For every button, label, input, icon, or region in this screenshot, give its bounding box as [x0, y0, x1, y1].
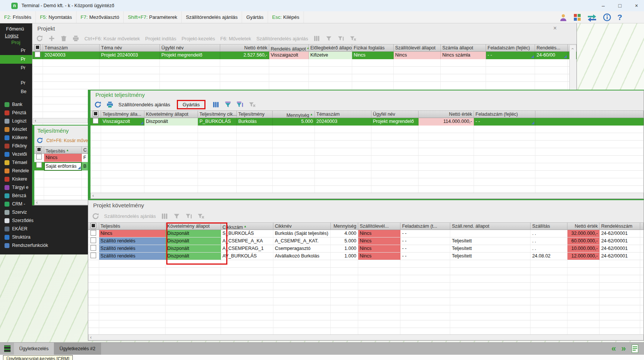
taskbar-tab-ugyletkezeles-2[interactable]: Ügyletkezelés #2 — [54, 343, 101, 355]
menu-item-nyomtatas[interactable]: F5:Nyomtatás — [36, 11, 77, 23]
pt-row-selected[interactable]: Visszaigazolt Diszponált P_BURKOLÁS Burk… — [90, 118, 644, 126]
column-header[interactable]: Teljesítmény álla... — [101, 110, 144, 118]
toolbar-gyartas-button-highlighted[interactable]: Gyártás — [177, 100, 205, 109]
pk-row[interactable]: Szállító rendelés Diszponált A_CSEMPE_A_… — [88, 237, 644, 245]
cell-cikknev[interactable]: A_CSEMPE_A_KAT. — [273, 237, 331, 245]
cell-rendeles[interactable]: 24-60/00 — [535, 52, 568, 59]
apps-grid-icon[interactable] — [573, 14, 581, 21]
cell-feladatszam[interactable]: - - — [400, 237, 450, 245]
cell-kovetelmeny-allapot[interactable]: Diszponált — [144, 118, 198, 126]
filter-edit-icon[interactable] — [337, 35, 344, 42]
pt-horizontal-scrollbar[interactable]: ‹ — [90, 193, 644, 199]
cell-temanev[interactable]: Projekt 20240003 — [100, 52, 160, 59]
cell-ugyfelnev[interactable]: Projekt megrendelő — [160, 52, 220, 59]
print-icon[interactable] — [72, 35, 79, 42]
refresh-icon[interactable] — [92, 213, 99, 219]
column-header-sorted[interactable]: Mennyiség▲ — [273, 110, 315, 118]
toolbar-szallitorendeles-ajanlas[interactable]: Szállítórendelés ajánlás — [104, 213, 156, 219]
column-header[interactable]: Nettó érték — [567, 222, 600, 230]
cell-netto-ertek[interactable]: 12.000.000,- — [567, 253, 600, 260]
filter-edit-icon[interactable] — [185, 213, 192, 219]
teljesitmeny-row-selected[interactable]: Saját erőforrás B — [34, 162, 88, 171]
cell-kovetelmeny-allapot[interactable]: Diszponált — [166, 230, 221, 237]
cell-szallitas[interactable]: . . — [531, 245, 567, 253]
cell-feladatszam[interactable]: - - — [400, 230, 450, 237]
cell-teljesites[interactable]: Saját erőforrás — [44, 162, 82, 171]
cell-teljesites[interactable]: Szállító rendelés — [99, 237, 166, 245]
sidebar-tree-root[interactable]: Proj — [11, 40, 20, 45]
cell-cikknev[interactable]: Burkolás (Saját teljesítés) — [273, 230, 331, 237]
select-all-header[interactable] — [34, 146, 44, 154]
sidebar-section-logisztika[interactable]: Logisz — [5, 33, 18, 38]
cell-teljesites[interactable]: Szállító rendelés — [99, 245, 166, 253]
filter-icon[interactable] — [173, 213, 180, 219]
column-header[interactable]: C — [82, 146, 88, 154]
menu-item-parameterek[interactable]: Shift+F7:Paraméterek — [124, 11, 182, 23]
toolbar-basket-actions[interactable]: Ctrl+F6: Kosár műveletek — [84, 36, 140, 41]
cell-cikkszam[interactable]: A_CSEMPE_A_KA — [221, 237, 273, 245]
menu-item-kilepes[interactable]: Esc:Kilépés — [268, 11, 304, 23]
column-header[interactable]: Szállítólevél állapot — [394, 44, 441, 52]
menu-hamburger-icon[interactable] — [2, 344, 12, 354]
cell-ugyfelnev[interactable]: Projekt megrendelő — [371, 118, 419, 126]
column-header[interactable]: Feladatszám (t... — [400, 222, 450, 230]
cell-szallitas[interactable]: . . — [531, 230, 567, 237]
pk-horizontal-scrollbar[interactable]: ‹ — [88, 334, 644, 340]
cell-teljesites[interactable]: Nincs — [99, 230, 166, 237]
cell-teljesitmeny-allapot[interactable]: Visszaigazolt — [101, 118, 144, 126]
teljesitmeny-horizontal-scrollbar[interactable]: ‹ — [34, 200, 88, 205]
cell-szallitas[interactable]: 24.08.02 — [531, 253, 567, 260]
add-icon[interactable] — [48, 35, 55, 42]
delete-icon[interactable] — [60, 35, 67, 42]
column-header[interactable]: Feladatszám (fejléc) — [474, 110, 535, 118]
dropdown-corner-icon[interactable] — [78, 166, 81, 169]
dropdown-corner-icon[interactable] — [531, 121, 534, 124]
cell-mennyiseg[interactable]: 4.000 — [331, 230, 358, 237]
column-header[interactable]: Témaszám — [43, 44, 100, 52]
columns-icon[interactable] — [313, 35, 320, 42]
cell-szallrend-allapot[interactable]: Teljesített — [450, 245, 531, 253]
maximize-button[interactable]: □ — [612, 0, 627, 11]
cell-szallrend-allapot[interactable] — [450, 230, 531, 237]
help-icon[interactable]: ? — [617, 13, 622, 22]
row-checkbox[interactable] — [36, 154, 42, 159]
minimize-button[interactable]: – — [596, 0, 611, 11]
select-all-checkbox[interactable] — [35, 44, 40, 50]
cell-szamla-allapot[interactable]: Nincs számla — [441, 52, 486, 59]
sidebar-item-rendszerfunkciok[interactable]: Rendszerfunkciók — [0, 241, 89, 250]
cell-netto-ertek[interactable]: 10.000.000,- — [567, 245, 600, 253]
transfer-arrows-icon[interactable] — [587, 13, 597, 21]
cell-cikkszam[interactable]: AV_BURKOLÁS — [221, 253, 273, 260]
column-header-sorted[interactable]: Rendelés állapot▲ — [269, 44, 309, 52]
cell-teljesites[interactable]: Szállító rendelés — [99, 253, 166, 260]
dropdown-corner-icon[interactable] — [564, 55, 567, 58]
cell-mennyiseg[interactable]: 5.000 — [331, 237, 358, 245]
info-icon[interactable] — [603, 13, 611, 21]
column-header[interactable]: Teljesítés — [99, 222, 166, 230]
filter-clear-icon[interactable] — [248, 101, 255, 108]
cell-rendelesszam[interactable]: 24-62/00001 — [600, 245, 640, 253]
column-header[interactable]: Mennyiség — [331, 222, 358, 230]
cell-feladatszam[interactable]: - - — [400, 245, 450, 253]
refresh-icon[interactable] — [94, 101, 101, 108]
cell-netto-ertek[interactable]: 2.527.560,- — [220, 52, 269, 59]
column-header[interactable]: Rendelésszám — [600, 222, 640, 230]
sidebar-tree-item-selected[interactable]: Pr — [0, 55, 35, 64]
toolbar-muveletek[interactable]: F6: Műveletek — [220, 36, 251, 41]
row-select-cell[interactable] — [34, 162, 44, 171]
cell-rendelesszam[interactable]: 24-62/00001 — [600, 230, 640, 237]
cell-cikknev[interactable]: Alvállalkozó Burkolás — [273, 253, 331, 260]
close-button[interactable]: × — [629, 0, 644, 11]
cell-netto-ertek[interactable]: 114.000.000,- — [419, 118, 474, 126]
cell-temaszam[interactable]: 20240003 — [315, 118, 371, 126]
column-header-sorted[interactable]: Cikkszám▲ — [221, 222, 273, 230]
pk-row[interactable]: Nincs Diszponált S_BURKOLÁS Burkolás (Sa… — [88, 230, 644, 237]
cell-szallrend-allapot[interactable]: Teljesített — [450, 253, 531, 260]
cell-elolegbekero[interactable]: Kifizetve — [309, 52, 352, 59]
row-checkbox[interactable] — [36, 162, 42, 168]
user-icon[interactable] — [559, 13, 567, 21]
filter-clear-icon[interactable] — [197, 213, 204, 219]
column-header-highlighted[interactable]: Követelmény állapot — [166, 222, 221, 230]
dropdown-corner-icon[interactable] — [140, 121, 143, 124]
column-header[interactable]: Követelmény állapot — [144, 110, 198, 118]
